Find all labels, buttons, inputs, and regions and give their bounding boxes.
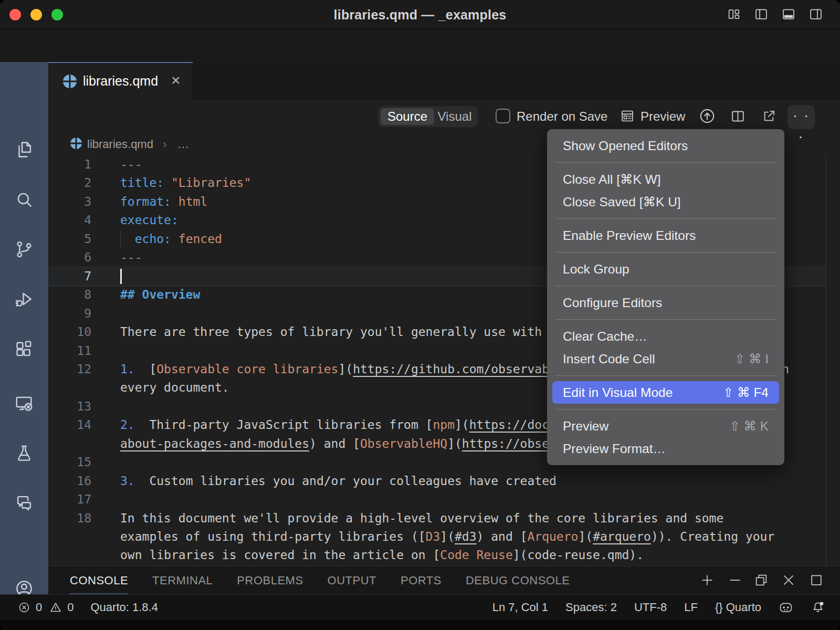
line-number: 18: [48, 509, 91, 528]
minimize-panel-icon[interactable]: [728, 573, 742, 587]
braces-icon: {}: [715, 601, 723, 614]
errors-icon[interactable]: [18, 601, 30, 614]
encoding[interactable]: UTF-8: [634, 601, 667, 614]
panel-tab-bar: CONSOLETERMINALPROBLEMSOUTPUTPORTSDEBUG …: [48, 566, 840, 594]
menu-item-clear-cache[interactable]: Clear Cache…: [547, 325, 784, 348]
line-number: 15: [48, 453, 91, 471]
line-number: 10: [48, 323, 91, 341]
panel-tab-problems[interactable]: PROBLEMS: [237, 566, 303, 594]
code-line[interactable]: examples of using third-party libraries …: [48, 528, 826, 547]
cursor-position[interactable]: Ln 7, Col 1: [492, 601, 548, 614]
menu-item-close-all-k-w[interactable]: Close All [⌘K W]: [547, 168, 784, 191]
menu-item-show-opened-editors[interactable]: Show Opened Editors: [547, 134, 784, 157]
warning-count[interactable]: 0: [67, 601, 74, 614]
warnings-icon[interactable]: [49, 601, 62, 614]
code-line[interactable]: 17: [48, 490, 826, 509]
line-number: 2: [48, 174, 91, 192]
menu-separator: [555, 286, 776, 286]
app-window: libraries.qmd — _examples New Open: [0, 0, 840, 630]
editor-scrollbar[interactable]: [826, 155, 826, 566]
line-number: 12: [48, 360, 91, 379]
menu-item-preview[interactable]: Preview⇧ ⌘ K: [547, 415, 784, 437]
language-mode[interactable]: {} Quarto: [715, 601, 761, 614]
menu-item-configure-editors[interactable]: Configure Editors: [547, 291, 784, 314]
panel-tab-console[interactable]: CONSOLE: [70, 566, 128, 594]
quarto-version[interactable]: Quarto: 1.8.4: [91, 601, 158, 614]
menu-item-edit-in-visual-mode[interactable]: Edit in Visual Mode⇧ ⌘ F4: [552, 381, 779, 404]
indentation[interactable]: Spaces: 2: [565, 601, 617, 614]
menu-item-lock-group[interactable]: Lock Group: [547, 258, 784, 280]
eol-sequence[interactable]: LF: [684, 601, 698, 614]
copilot-icon[interactable]: [779, 600, 793, 615]
line-number: 11: [48, 342, 91, 360]
line-number: 4: [48, 211, 91, 229]
line-number: 1: [48, 155, 91, 174]
restore-panel-icon[interactable]: [754, 573, 769, 587]
panel-tabs: CONSOLETERMINALPROBLEMSOUTPUTPORTSDEBUG …: [70, 566, 570, 594]
line-number: 7: [48, 267, 91, 286]
menu-separator: [555, 162, 776, 163]
menu-separator: [555, 252, 776, 253]
panel-tab-debug-console[interactable]: DEBUG CONSOLE: [466, 566, 570, 594]
maximize-panel-icon[interactable]: [809, 573, 824, 587]
line-number: 5: [48, 230, 91, 248]
window-bottom-edge: [0, 620, 840, 630]
text-cursor: [120, 269, 122, 284]
menu-item-close-saved-k-u[interactable]: Close Saved [⌘K U]: [547, 191, 784, 213]
menu-item-preview-format[interactable]: Preview Format…: [547, 437, 784, 460]
code-line[interactable]: 163. Custom libraries you and/or your co…: [48, 472, 826, 491]
line-number: 3: [48, 193, 91, 211]
line-number: 8: [48, 286, 91, 304]
notifications-bell-icon[interactable]: [811, 600, 825, 615]
menu-separator: [555, 375, 776, 376]
panel-tab-terminal[interactable]: TERMINAL: [152, 566, 213, 594]
menu-item-insert-code-cell[interactable]: Insert Code Cell⇧ ⌘ I: [547, 348, 784, 370]
line-number: 16: [48, 472, 91, 490]
line-number: 6: [48, 248, 91, 267]
code-line[interactable]: own libraries is covered in the article …: [48, 546, 826, 565]
new-console-plus-icon[interactable]: [700, 573, 715, 587]
status-bar: 0 0 Quarto: 1.8.4 Ln 7, Col 1 Spaces: 2 …: [0, 594, 840, 620]
line-number: 17: [48, 490, 91, 509]
code-line[interactable]: 18In this document we'll provide a high-…: [48, 509, 826, 528]
error-count[interactable]: 0: [36, 601, 42, 614]
menu-separator: [555, 319, 776, 320]
line-number: 9: [48, 304, 91, 323]
menu-separator: [555, 218, 776, 219]
close-panel-icon[interactable]: [781, 573, 796, 587]
line-number: 13: [48, 397, 91, 416]
menu-item-enable-preview-editors[interactable]: Enable Preview Editors: [547, 224, 784, 247]
editor-actions-context-menu: Show Opened EditorsClose All [⌘K W]Close…: [547, 129, 784, 465]
panel-tab-ports[interactable]: PORTS: [401, 566, 442, 594]
panel-tab-output[interactable]: OUTPUT: [328, 566, 376, 594]
line-number: 14: [48, 416, 91, 434]
menu-separator: [555, 409, 776, 410]
